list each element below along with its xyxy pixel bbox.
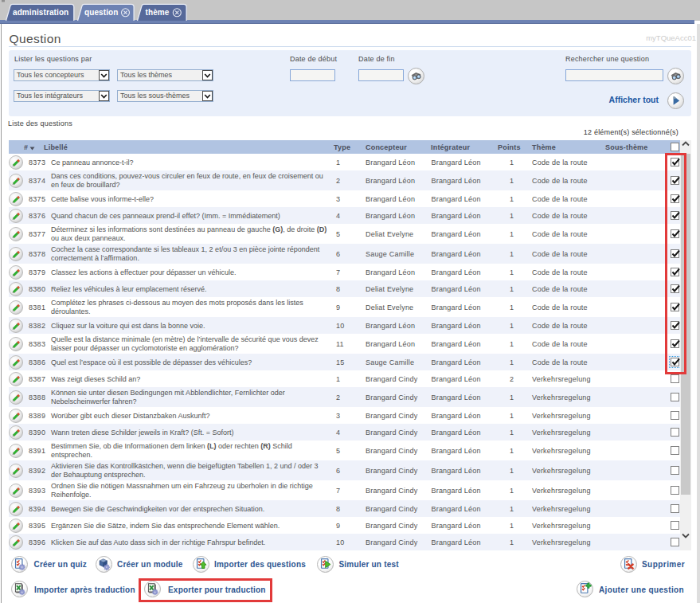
svg-text:administration: administration xyxy=(13,8,68,17)
svg-text:question: question xyxy=(84,8,118,17)
svg-text:thème: thème xyxy=(146,8,170,17)
